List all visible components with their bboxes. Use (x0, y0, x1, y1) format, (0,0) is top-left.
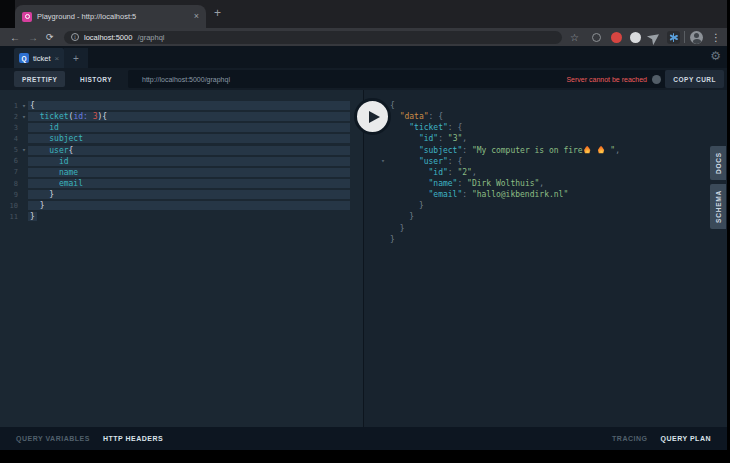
browser-tab-title: Playground - http://localhost:5 (37, 12, 189, 21)
extension-icon-5[interactable] (667, 28, 680, 46)
browser-tab[interactable]: Playground - http://localhost:5 × (15, 5, 206, 28)
browser-window: Playground - http://localhost:5 × + ← → … (0, 0, 727, 450)
site-info-icon[interactable]: i (71, 33, 79, 41)
query-variables-tab[interactable]: QUERY VARIABLES (16, 435, 90, 442)
fold-arrow-icon[interactable]: ▾ (20, 102, 28, 110)
query-editor-pane[interactable]: 1▾{2▾ ticket(id: 3){3 id4 subject5▾ user… (0, 90, 363, 427)
refresh-icon[interactable]: ⟳ (46, 28, 54, 46)
query-badge: Q (19, 53, 29, 63)
back-icon[interactable]: ← (10, 28, 20, 46)
response-json-line: "id": "3", (378, 133, 727, 144)
fold-arrow-icon[interactable]: ▾ (20, 113, 28, 121)
add-session-tab-button[interactable]: + (64, 48, 88, 68)
url-host: localhost:5000 (84, 33, 132, 42)
session-tab-ticket[interactable]: Q ticket × (14, 48, 64, 68)
query-code-line: 4 subject (0, 133, 363, 144)
response-json-line: } (378, 211, 727, 222)
query-code-line: 3 id (0, 122, 363, 133)
extension-icon-3[interactable] (630, 28, 641, 46)
extension-icon-4[interactable] (649, 28, 660, 46)
response-json-line: ▾ "data": { (378, 111, 727, 122)
browser-tab-strip: Playground - http://localhost:5 × + (0, 0, 727, 28)
query-code-line: 6 id (0, 156, 363, 167)
response-json-line: } (378, 223, 727, 234)
fire-emoji (584, 146, 591, 154)
query-code-line: 10 } (0, 200, 363, 211)
window-corner (0, 0, 15, 28)
server-status: Server cannot be reached (566, 70, 661, 88)
query-plan-tab[interactable]: QUERY PLAN (660, 435, 711, 442)
main-content: 1▾{2▾ ticket(id: 3){3 id4 subject5▾ user… (0, 90, 727, 427)
new-tab-button[interactable]: + (214, 6, 221, 20)
fold-arrow-icon[interactable]: ▾ (20, 146, 28, 154)
response-pane: ▾{▾ "data": {▾ "ticket": { "id": "3", "s… (364, 90, 727, 427)
playground-favicon (22, 12, 32, 22)
schema-tab-label: SCHEMA (715, 190, 722, 223)
response-json-line: } (378, 200, 727, 211)
endpoint-url: http://localhost:5000/graphql (142, 76, 230, 83)
schema-tab[interactable]: SCHEMA (710, 184, 726, 229)
toolbar-separator (684, 31, 685, 43)
fold-arrow-icon[interactable]: ▾ (378, 157, 388, 165)
response-json-line: ▾ "ticket": { (378, 122, 727, 133)
playground-header: Q ticket × + ⚙ (0, 46, 727, 68)
execute-query-button[interactable] (354, 98, 391, 135)
query-code-line: 11} (0, 211, 363, 222)
playground-toolbar: PRETTIFY HISTORY http://localhost:5000/g… (0, 68, 727, 90)
extension-icon-2[interactable] (611, 28, 622, 46)
server-status-text: Server cannot be reached (566, 76, 647, 83)
url-path: /graphql (137, 33, 164, 42)
forward-icon[interactable]: → (28, 28, 38, 46)
docs-tab[interactable]: DOCS (710, 146, 726, 180)
browser-toolbar: ← → ⟳ i localhost:5000/graphql ☆ ⋮ (0, 28, 727, 46)
history-button[interactable]: HISTORY (80, 71, 112, 87)
docs-tab-label: DOCS (715, 152, 722, 174)
query-code-line: 7 name (0, 167, 363, 178)
response-json-line: "subject": "My computer is on fire ", (378, 145, 727, 156)
query-code-line: 2▾ ticket(id: 3){ (0, 111, 363, 122)
avatar[interactable] (690, 31, 703, 44)
response-json-line: "id": "2", (378, 167, 727, 178)
fire-emoji (598, 146, 605, 154)
session-tab-label: ticket (33, 54, 51, 63)
gear-icon[interactable]: ⚙ (710, 49, 721, 63)
browser-menu-icon[interactable]: ⋮ (711, 28, 721, 46)
bottom-bar: QUERY VARIABLES HTTP HEADERS TRACING QUE… (0, 427, 727, 450)
endpoint-input[interactable]: http://localhost:5000/graphql Server can… (128, 70, 666, 88)
address-bar[interactable]: i localhost:5000/graphql (64, 31, 562, 44)
query-code-line: 9 } (0, 189, 363, 200)
query-code-line: 1▾{ (0, 100, 363, 111)
tab-close-icon[interactable]: × (194, 12, 199, 21)
prettify-button[interactable]: PRETTIFY (14, 71, 65, 87)
extension-icon-1[interactable] (592, 28, 601, 46)
play-icon (369, 111, 380, 123)
http-headers-tab[interactable]: HTTP HEADERS (103, 435, 163, 442)
response-json-line: ▾{ (378, 100, 727, 111)
response-json-line: ▾ "user": { (378, 156, 727, 167)
response-json-line: } (378, 234, 727, 245)
response-viewer: ▾{▾ "data": {▾ "ticket": { "id": "3", "s… (364, 90, 727, 245)
response-json-line: "name": "Dirk Wolthuis", (378, 178, 727, 189)
copy-curl-button[interactable]: COPY CURL (665, 70, 724, 88)
server-status-dot-icon (652, 75, 661, 84)
query-code-line: 5▾ user{ (0, 145, 363, 156)
query-editor[interactable]: 1▾{2▾ ticket(id: 3){3 id4 subject5▾ user… (0, 90, 363, 223)
query-code-line: 8 email (0, 178, 363, 189)
bookmark-star-icon[interactable]: ☆ (570, 28, 579, 46)
response-json-line: "email": "hallo@ikbendirk.nl" (378, 189, 727, 200)
tracing-tab[interactable]: TRACING (612, 435, 647, 442)
session-close-icon[interactable]: × (55, 54, 60, 63)
